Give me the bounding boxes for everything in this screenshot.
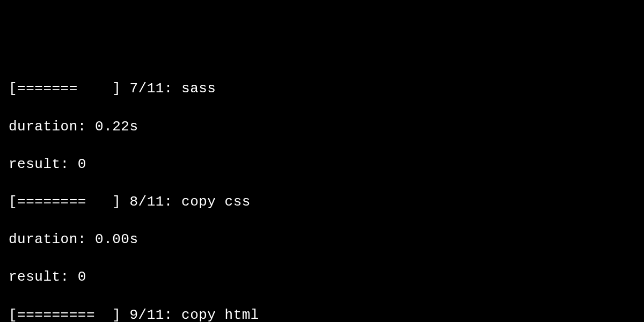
terminal-line: duration: 0.00s (9, 230, 635, 249)
terminal-line: [========= ] 9/11: copy html (9, 306, 635, 323)
terminal-line: result: 0 (9, 155, 635, 174)
terminal-line: [======== ] 8/11: copy css (9, 193, 635, 211)
terminal-line: result: 0 (9, 268, 635, 287)
terminal-line: [======= ] 7/11: sass (9, 79, 635, 98)
terminal-line: duration: 0.22s (9, 118, 635, 136)
